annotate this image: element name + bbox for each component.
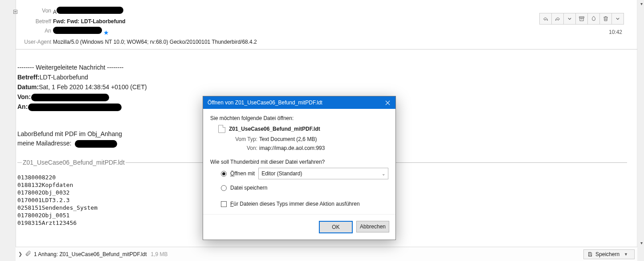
paperclip-icon <box>25 250 31 258</box>
outer-scrollbar[interactable]: ▾ ▾ <box>637 0 644 261</box>
redacted <box>28 104 122 111</box>
contact-star-icon[interactable]: ★ <box>103 29 109 36</box>
message-time: 10:42 <box>609 29 622 35</box>
scroll-down-icon[interactable]: ▾ <box>640 240 643 245</box>
dialog-filename: Z01_UseCase06_Befund_mitPDF.ldt <box>229 126 320 132</box>
redacted <box>57 7 123 14</box>
open-with-radio[interactable] <box>221 171 227 177</box>
forward-button[interactable] <box>551 13 564 25</box>
source-label: Von: <box>229 144 257 153</box>
redacted <box>31 94 109 101</box>
save-file-radio[interactable] <box>221 185 227 191</box>
ok-button[interactable]: OK <box>319 221 353 233</box>
open-with-selected: Editor (Standard) <box>261 170 302 177</box>
redacted <box>53 27 102 34</box>
always-checkbox[interactable] <box>221 201 227 207</box>
always-label: Für Dateien dieses Typs immer diese Akti… <box>230 201 360 207</box>
email-window: ▾ ▾ Von A Betreff Fwd: Fwd: LDT-Laborbef… <box>0 0 644 261</box>
header-toolbar <box>540 13 624 25</box>
attachment-bar: ❯ 1 Anhang: Z01_UseCase06_Befund_mitPDF.… <box>16 247 637 261</box>
to-value: ★ <box>53 27 109 37</box>
fwd-subject: Betreff:LDT-Laborbefund <box>17 72 627 82</box>
open-with-label: Öffnen mit <box>230 170 255 177</box>
subject-value: Fwd: Fwd: LDT-Laborbefund <box>53 17 126 25</box>
message-header: Von A Betreff Fwd: Fwd: LDT-Laborbefund … <box>16 7 637 50</box>
type-value: Text Document (2,6 MB) <box>259 136 317 142</box>
more-menu-button[interactable] <box>611 13 624 25</box>
subject-label: Betreff <box>16 17 53 25</box>
attachment-expand-toggle[interactable]: ❯ <box>18 251 22 257</box>
source-value: imap://imap.de.aol.com:993 <box>259 145 325 151</box>
open-file-dialog: Öffnen von Z01_UseCase06_Befund_mitPDF.l… <box>203 96 396 240</box>
save-button-label: Speichern <box>595 251 620 257</box>
to-label: An <box>16 27 53 35</box>
fwd-date: Datum:Sat, 1 Feb 2020 14:38:54 +0100 (CE… <box>17 82 627 92</box>
forward-menu-button[interactable] <box>563 13 576 25</box>
save-attachment-button[interactable]: Speichern ▼ <box>583 249 635 259</box>
type-label: Vom Typ: <box>229 135 257 144</box>
dialog-intro: Sie möchten folgende Datei öffnen: <box>210 115 388 121</box>
archive-button[interactable] <box>575 13 588 25</box>
forwarded-divider: -------- Weitergeleitete Nachricht -----… <box>17 63 627 72</box>
delete-button[interactable] <box>599 13 612 25</box>
from-label: Von <box>16 7 53 15</box>
scroll-down-icon[interactable]: ▾ <box>640 1 643 6</box>
cancel-button[interactable]: Abbrechen <box>356 221 389 232</box>
from-value: A <box>53 7 123 16</box>
user-agent-value: Mozilla/5.0 (Windows NT 10.0; WOW64; rv:… <box>53 38 257 46</box>
chevron-down-icon: ▼ <box>624 252 628 257</box>
user-agent-label: User-Agent <box>16 38 53 46</box>
dialog-question: Wie soll Thunderbird mit dieser Datei ve… <box>210 159 388 165</box>
attachment-item[interactable]: 1 Anhang: Z01_UseCase06_Befund_mitPDF.ld… <box>34 251 147 257</box>
file-icon <box>218 125 225 133</box>
save-file-label: Datei speichern <box>230 185 267 191</box>
dialog-title: Öffnen von Z01_UseCase06_Befund_mitPDF.l… <box>208 99 322 106</box>
junk-button[interactable] <box>587 13 600 25</box>
dialog-titlebar[interactable]: Öffnen von Z01_UseCase06_Befund_mitPDF.l… <box>203 96 395 109</box>
reply-button[interactable] <box>539 13 552 25</box>
inline-attachment-name: Z01_UseCase06_Befund_mitPDF.ldt <box>22 158 126 167</box>
chevron-down-icon: ⌄ <box>382 171 385 176</box>
left-gutter <box>0 0 16 261</box>
redacted <box>75 140 117 148</box>
attachment-size: 1,9 MB <box>151 251 168 257</box>
dialog-close-button[interactable] <box>379 96 395 109</box>
open-with-app-select[interactable]: Editor (Standard) ⌄ <box>258 168 388 179</box>
